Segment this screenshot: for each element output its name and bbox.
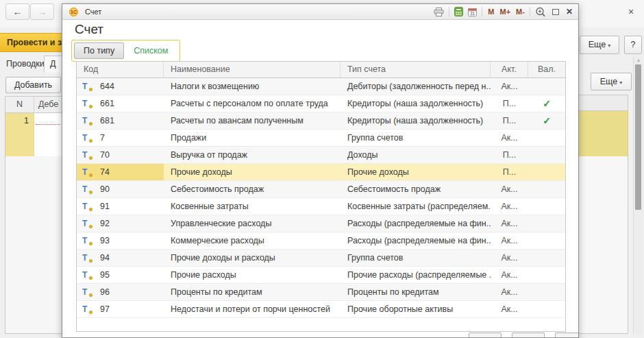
account-name[interactable]: Косвенные затраты bbox=[164, 198, 340, 215]
account-name[interactable]: Себестоимость продаж bbox=[164, 181, 340, 197]
account-type[interactable]: Кредиторы (наша задолженность) bbox=[340, 95, 491, 112]
account-type[interactable]: Себестоимость продаж bbox=[340, 181, 491, 197]
account-type[interactable]: Расходы (распределяемые на фин... bbox=[340, 215, 491, 232]
journal-row[interactable]: 1 bbox=[5, 113, 62, 156]
tab-partial[interactable]: Д bbox=[44, 56, 62, 73]
calendar-icon[interactable]: 31 bbox=[468, 7, 477, 16]
col-header-currency[interactable]: Вал. bbox=[528, 62, 565, 77]
code-cell[interactable]: Т 90 bbox=[77, 181, 164, 197]
table-row[interactable]: Т 93 Коммерческие расходы Расходы (распр… bbox=[77, 232, 565, 250]
account-name[interactable]: Налоги к возмещению bbox=[164, 78, 340, 95]
maximize-icon[interactable] bbox=[552, 9, 559, 15]
table-row[interactable]: Т 90 Себестоимость продаж Себестоимость … bbox=[77, 181, 565, 198]
account-type[interactable]: Группа счетов bbox=[340, 130, 491, 146]
table-row[interactable]: Т 681 Расчеты по авансам полученным Кред… bbox=[77, 112, 565, 130]
account-name[interactable]: Прочие доходы и расходы bbox=[164, 250, 340, 266]
vertical-scrollbar[interactable]: ▲ bbox=[633, 56, 643, 334]
account-type[interactable]: Проценты по кредитам bbox=[340, 284, 491, 300]
help-button[interactable]: ? bbox=[624, 36, 642, 54]
account-type[interactable]: Прочие доходы bbox=[340, 164, 491, 180]
partial-button[interactable] bbox=[469, 333, 501, 338]
journal-header: N Дебе bbox=[5, 97, 62, 113]
table-row[interactable]: Т 94 Прочие доходы и расходы Группа счет… bbox=[77, 250, 565, 267]
code-cell[interactable]: Т 95 bbox=[77, 267, 164, 283]
table-row[interactable]: Т 96 Проценты по кредитам Проценты по кр… bbox=[77, 284, 565, 301]
code-cell[interactable]: Т 96 bbox=[77, 284, 164, 300]
account-type[interactable]: Прочие расходы (распределяемые ... bbox=[340, 267, 491, 283]
more-button-journal[interactable]: Еще▾ bbox=[591, 73, 632, 90]
account-type[interactable]: Группа счетов bbox=[340, 250, 491, 266]
account-activity: Ак... bbox=[491, 78, 528, 95]
account-activity: Ак... bbox=[491, 232, 528, 249]
memory-m-minus-button[interactable]: M- bbox=[516, 8, 525, 16]
col-header-code[interactable]: Код bbox=[77, 62, 164, 77]
account-type[interactable]: Кредиторы (наша задолженность) bbox=[340, 112, 491, 129]
code-cell[interactable]: Т 93 bbox=[77, 232, 164, 249]
table-row[interactable]: Т 97 Недостачи и потери от порчи ценност… bbox=[77, 301, 565, 318]
scrollbar-thumb[interactable] bbox=[635, 64, 641, 210]
zoom-icon[interactable] bbox=[535, 7, 546, 17]
table-row[interactable]: Т 91 Косвенные затраты Косвенные затраты… bbox=[77, 198, 565, 215]
account-code: 70 bbox=[100, 147, 110, 163]
memory-m-button[interactable]: M bbox=[488, 8, 494, 16]
col-header-type[interactable]: Тип счета bbox=[340, 62, 491, 77]
code-cell[interactable]: Т 70 bbox=[77, 147, 164, 163]
account-type[interactable]: Дебиторы (задолженность перед н... bbox=[340, 78, 491, 95]
code-cell[interactable]: Т 644 bbox=[77, 78, 164, 95]
account-type[interactable]: Доходы bbox=[340, 147, 491, 163]
account-name[interactable]: Прочие доходы bbox=[164, 164, 340, 180]
code-cell[interactable]: Т 661 bbox=[77, 95, 164, 112]
accounts-table: Код Наименование Тип счета Акт. Вал. Т 6… bbox=[76, 61, 566, 332]
memory-m-plus-button[interactable]: M+ bbox=[500, 8, 511, 16]
scroll-up-icon[interactable]: ▲ bbox=[634, 58, 643, 62]
account-activity: Ак... bbox=[491, 181, 528, 197]
journal-debit-cell[interactable] bbox=[34, 113, 62, 156]
code-cell[interactable]: Т 681 bbox=[77, 112, 164, 129]
account-name[interactable]: Коммерческие расходы bbox=[164, 232, 340, 249]
table-row[interactable]: Т 7 Продажи Группа счетов Ак... bbox=[77, 130, 565, 147]
add-button[interactable]: Добавить bbox=[5, 77, 61, 93]
code-cell[interactable]: Т 7 bbox=[77, 130, 164, 146]
account-name[interactable]: Расчеты по авансам полученным bbox=[164, 112, 340, 129]
forward-button[interactable]: → bbox=[30, 3, 54, 20]
account-name[interactable]: Управленческие расходы bbox=[164, 215, 340, 232]
table-row[interactable]: Т 95 Прочие расходы Прочие расходы (расп… bbox=[77, 267, 565, 284]
table-row[interactable]: Т 92 Управленческие расходы Расходы (рас… bbox=[77, 215, 565, 232]
print-icon[interactable] bbox=[434, 8, 444, 16]
table-row[interactable]: Т 70 Выручка от продаж Доходы П... bbox=[77, 147, 565, 164]
account-name[interactable]: Расчеты с персоналом по оплате труда bbox=[164, 95, 340, 112]
partial-button[interactable] bbox=[512, 333, 545, 338]
dialog-close-icon[interactable]: ✕ bbox=[566, 7, 573, 16]
svg-text:31: 31 bbox=[470, 11, 475, 16]
account-name[interactable]: Недостачи и потери от порчи ценностей bbox=[164, 301, 340, 317]
col-header-active[interactable]: Акт. bbox=[491, 62, 528, 77]
journal-row-right bbox=[579, 111, 628, 156]
currency-cell bbox=[528, 181, 565, 197]
account-type[interactable]: Косвенные затраты (распределяем... bbox=[340, 198, 491, 215]
account-name[interactable]: Выручка от продаж bbox=[164, 147, 340, 163]
view-tab-as-list[interactable]: Списком bbox=[124, 43, 177, 59]
t-account-icon: Т bbox=[82, 237, 91, 245]
app-close-button[interactable]: × bbox=[624, 5, 638, 19]
table-row[interactable]: Т 74 Прочие доходы Прочие доходы П... bbox=[77, 164, 565, 181]
tab-postings[interactable]: Проводки bbox=[6, 59, 45, 69]
back-button[interactable]: ← bbox=[5, 3, 29, 20]
more-button-top[interactable]: Еще▾ bbox=[580, 36, 619, 54]
table-row[interactable]: Т 661 Расчеты с персоналом по оплате тру… bbox=[77, 95, 565, 112]
code-cell[interactable]: Т 97 bbox=[77, 301, 164, 317]
table-row[interactable]: Т 644 Налоги к возмещению Дебиторы (задо… bbox=[77, 78, 565, 95]
account-type[interactable]: Прочие оборотные активы bbox=[340, 301, 491, 317]
account-name[interactable]: Проценты по кредитам bbox=[164, 284, 340, 300]
partial-button[interactable] bbox=[555, 333, 579, 338]
code-cell[interactable]: Т 74 bbox=[77, 164, 164, 180]
col-header-name[interactable]: Наименование bbox=[164, 62, 340, 77]
calculator-icon[interactable] bbox=[454, 7, 463, 16]
code-cell[interactable]: Т 91 bbox=[77, 198, 164, 215]
view-tab-by-type[interactable]: По типу bbox=[74, 43, 124, 59]
post-and-close-button[interactable]: Провести и за bbox=[0, 33, 62, 52]
code-cell[interactable]: Т 94 bbox=[77, 250, 164, 266]
account-type[interactable]: Расходы (распределяемые на фин... bbox=[340, 232, 491, 249]
account-name[interactable]: Прочие расходы bbox=[164, 267, 340, 283]
account-name[interactable]: Продажи bbox=[164, 130, 340, 146]
code-cell[interactable]: Т 92 bbox=[77, 215, 164, 232]
